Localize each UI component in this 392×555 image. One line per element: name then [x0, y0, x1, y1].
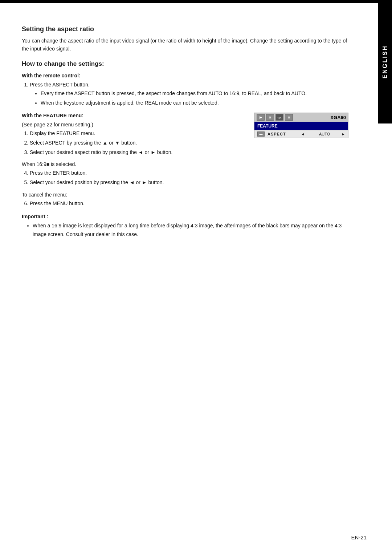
step-5: Select your desired position by pressing… [30, 178, 348, 187]
menu-row-value: AUTO [308, 132, 341, 136]
when-169-text: When 16:9■ is selected. [22, 160, 348, 169]
menu-icon-4: ⊟ [285, 114, 293, 121]
menu-icon-1: ▶ [257, 114, 265, 121]
menu-icons-group: ▶ ⊞ opt ⊟ [257, 114, 293, 121]
remote-bullet-1: Every time the ASPECT button is pressed,… [41, 89, 348, 98]
feature-step-3: Select your desired aspect ratio by pres… [30, 148, 348, 157]
cancel-list: Press the MENU button. [22, 199, 348, 208]
sidebar-text: ENGLISH [382, 45, 388, 78]
remote-steps-list: Press the ASPECT button. Every time the … [22, 81, 348, 108]
section1-title: Setting the aspect ratio [22, 25, 348, 33]
menu-icon-3: opt [275, 114, 283, 121]
menu-row-icon: ▬ [257, 131, 265, 137]
important-list: When a 16:9 image is kept displayed for … [22, 222, 348, 239]
steps-169-list: Press the ENTER button. Select your desi… [22, 169, 348, 187]
section1-intro: You can change the aspect ratio of the i… [22, 37, 348, 53]
menu-row-label: ASPECT [268, 132, 301, 136]
menu-arrow-left: ◄ [301, 132, 305, 136]
menu-widget-container: ▶ ⊞ opt ⊟ XGA60 [254, 113, 348, 138]
section2-title: How to change the settings: [22, 60, 348, 68]
menu-icon-2: ⊞ [266, 114, 274, 121]
remote-bullet-2: When the keystone adjustment is applied,… [41, 99, 348, 108]
menu-topbar: ▶ ⊞ opt ⊟ XGA60 [254, 113, 348, 122]
sidebar-english-label: ENGLISH [378, 0, 392, 123]
feature-step-2: Select ASPECT by pressing the ▲ or ▼ but… [30, 139, 348, 147]
remote-step-1: Press the ASPECT button. Every time the … [30, 81, 348, 108]
cancel-step-6: Press the MENU button. [30, 199, 348, 208]
menu-arrow-right: ► [341, 132, 345, 136]
menu-title: XGA60 [330, 115, 346, 120]
remote-heading: With the remote control: [22, 73, 348, 78]
menu-widget: ▶ ⊞ opt ⊟ XGA60 [254, 113, 348, 138]
page-number: EN-21 [351, 534, 367, 540]
important-bullet-1: When a 16:9 image is kept displayed for … [33, 222, 348, 239]
step-4: Press the ENTER button. [30, 169, 348, 178]
remote-bullets-list: Every time the ASPECT button is pressed,… [30, 89, 348, 108]
menu-aspect-row: ▬ ASPECT ◄ AUTO ► [254, 130, 348, 138]
top-bar [0, 0, 381, 3]
cancel-text: To cancel the menu: [22, 191, 348, 199]
feature-section: ▶ ⊞ opt ⊟ XGA60 [22, 113, 348, 157]
important-heading: Important : [22, 214, 348, 219]
menu-feature-header: FEATURE [254, 122, 348, 130]
